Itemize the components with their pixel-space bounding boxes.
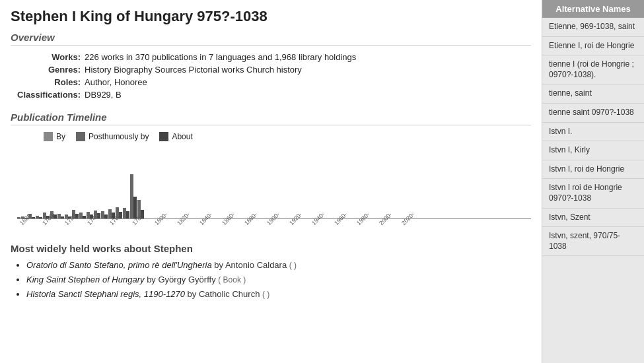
classifications-label: Classifications: <box>17 88 85 101</box>
about-color-box <box>159 132 168 141</box>
most-held-heading: Most widely held works about Stephen <box>11 243 531 254</box>
x-labels-container: 1680-1700-1720-1740-1760-1780-1800-1820-… <box>17 222 531 228</box>
bar-group <box>36 216 42 218</box>
bar-about <box>83 216 86 218</box>
genres-label: Genres: <box>17 63 85 76</box>
sidebar-name-item[interactable]: tienne, saint <box>542 84 644 104</box>
meta-table: Works: 226 works in 370 publications in … <box>17 51 360 101</box>
work-title: King Saint Stephen of Hungary <box>26 275 145 284</box>
work-by: by Catholic Church <box>185 289 262 299</box>
legend-by: By <box>44 132 65 141</box>
work-note: ( Book ) <box>218 275 246 284</box>
sidebar-title: Alternative Names <box>542 0 644 18</box>
sidebar-name-item[interactable]: tienne I (roi de Hongrie ; 0970?-1038). <box>542 55 644 84</box>
sidebar-name-item[interactable]: Istvn I, Kirly <box>542 141 644 160</box>
timeline-legend: By Posthumously by About <box>44 132 531 141</box>
sidebar-name-item[interactable]: Istvn I roi de Hongrie 0970?-1038 <box>542 179 644 208</box>
overview-heading: Overview <box>11 32 531 46</box>
legend-about: About <box>159 132 192 141</box>
sidebar-name-item[interactable]: Etienne, 969-1038, saint <box>542 18 644 37</box>
list-item: Historia Sancti Stephani regis, 1190-127… <box>26 288 531 300</box>
timeline-heading: Publication Timeline <box>11 112 531 125</box>
works-value: 226 works in 370 publications in 7 langu… <box>85 51 360 63</box>
sidebar-name-item[interactable]: Istvn I, roi de Hongrie <box>542 160 644 180</box>
bar-group <box>57 214 64 218</box>
chart-bars <box>17 147 531 219</box>
roles-label: Roles: <box>17 76 85 88</box>
bar-posthumously <box>17 217 20 218</box>
legend-about-label: About <box>172 132 192 141</box>
classifications-value: DB929, B <box>85 88 360 101</box>
work-by: by Antonio Caldara <box>212 260 289 270</box>
by-color-box <box>44 132 53 141</box>
list-item: Oratorio di Santo Stefano, primo rè dell… <box>26 259 531 271</box>
sidebar-names: Etienne, 969-1038, saintEtienne I, roi d… <box>542 18 644 256</box>
sidebar-name-item[interactable]: tienne saint 0970?-1038 <box>542 104 644 123</box>
main-content: Stephen I King of Hungary 975?-1038 Over… <box>0 0 542 363</box>
bar-about <box>104 214 108 218</box>
overview-section: Overview Works: 226 works in 370 publica… <box>11 32 531 101</box>
work-note: ( ) <box>289 261 297 270</box>
chart-container: 1680-1700-1720-1740-1760-1780-1800-1820-… <box>17 147 531 232</box>
genres-value: History Biography Sources Pictorial work… <box>85 63 360 76</box>
works-list: Oratorio di Santo Stefano, primo rè dell… <box>11 259 531 301</box>
work-by: by György Györffy <box>145 275 219 284</box>
works-label: Works: <box>17 51 85 63</box>
legend-posthumously: Posthumously by <box>76 132 149 141</box>
work-note: ( ) <box>262 290 269 299</box>
sidebar-name-item[interactable]: Istvn, szent, 970/75-1038 <box>542 227 644 256</box>
timeline-section: Publication Timeline By Posthumously by … <box>11 112 531 232</box>
page-title: Stephen I King of Hungary 975?-1038 <box>11 8 531 25</box>
legend-posthumously-label: Posthumously by <box>89 132 149 141</box>
bar-about <box>61 216 64 218</box>
sidebar-name-item[interactable]: Istvn I. <box>542 123 644 142</box>
most-held-section: Most widely held works about Stephen Ora… <box>11 243 531 301</box>
posthumously-color-box <box>76 132 85 141</box>
work-title: Historia Sancti Stephani regis, 1190-127… <box>26 289 185 299</box>
bar-group <box>130 174 137 218</box>
roles-value: Author, Honoree <box>85 76 360 88</box>
work-title: Oratorio di Santo Stefano, primo rè dell… <box>26 260 212 270</box>
sidebar-name-item[interactable]: Istvn, Szent <box>542 209 644 228</box>
legend-by-label: By <box>56 132 65 141</box>
sidebar-name-item[interactable]: Etienne I, roi de Hongrie <box>542 37 644 56</box>
list-item: King Saint Stephen of Hungary by György … <box>26 274 531 286</box>
bar-group <box>17 217 20 218</box>
sidebar: Alternative Names Etienne, 969-1038, sai… <box>542 0 644 363</box>
bar-about <box>39 217 42 218</box>
